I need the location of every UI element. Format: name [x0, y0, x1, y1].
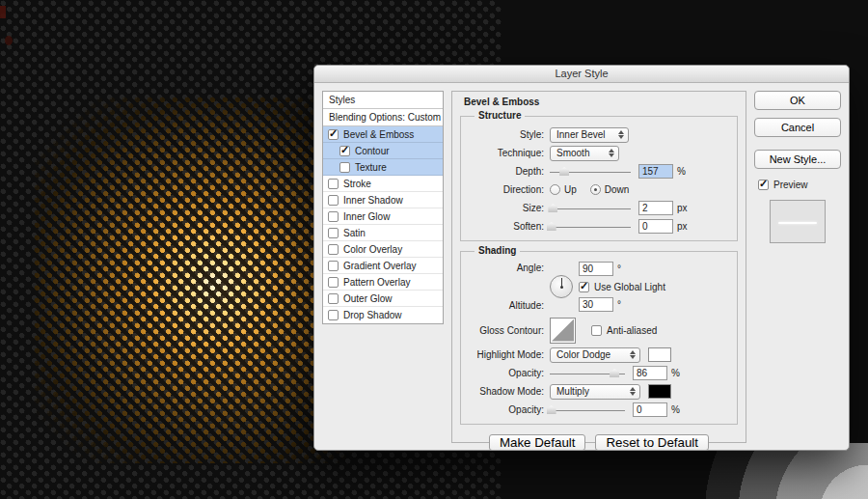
angle-dial[interactable]	[550, 275, 573, 298]
slider-thumb[interactable]	[610, 369, 619, 377]
style-item-label: Pattern Overlay	[343, 277, 410, 288]
highlight-opacity-unit: %	[671, 368, 680, 378]
size-row: Size: 2 px	[467, 199, 731, 217]
angle-input[interactable]: 90	[579, 262, 613, 276]
soften-input[interactable]: 0	[638, 219, 673, 234]
shadow-opacity-unit: %	[671, 404, 680, 415]
style-item-outer-glow[interactable]: Outer Glow	[323, 291, 443, 307]
shadow-mode-select[interactable]: Multiply	[550, 384, 640, 400]
style-item-checkbox[interactable]	[328, 211, 339, 222]
highlight-opacity-input[interactable]: 86	[633, 366, 667, 380]
technique-row: Technique: Smooth	[467, 144, 731, 162]
blending-options-item[interactable]: Blending Options: Custom	[323, 109, 443, 126]
depth-input[interactable]: 157	[638, 164, 673, 179]
direction-down-radio[interactable]	[590, 184, 601, 195]
shadow-opacity-label: Opacity:	[467, 404, 544, 415]
depth-unit: %	[677, 166, 686, 177]
style-item-checkbox[interactable]	[328, 195, 339, 206]
highlight-mode-select[interactable]: Color Dodge	[550, 347, 640, 363]
size-unit: px	[677, 203, 688, 213]
shadow-color-swatch[interactable]	[648, 384, 671, 399]
style-item-checkbox[interactable]	[339, 146, 350, 156]
highlight-mode-label: Highlight Mode:	[467, 349, 544, 360]
action-column: OK Cancel New Style... Preview	[754, 91, 841, 443]
soften-label: Soften:	[467, 221, 544, 232]
style-item-stroke[interactable]: Stroke	[323, 176, 443, 192]
select-arrows-icon	[618, 130, 624, 139]
select-arrows-icon	[630, 387, 636, 396]
highlight-opacity-row: Opacity: 86 %	[467, 364, 731, 382]
gloss-contour-thumbnail[interactable]	[550, 318, 576, 344]
shadow-opacity-slider[interactable]	[550, 404, 625, 415]
style-item-checkbox[interactable]	[328, 129, 339, 140]
style-item-checkbox[interactable]	[328, 261, 339, 271]
technique-select[interactable]: Smooth	[550, 146, 619, 161]
style-item-checkbox[interactable]	[339, 162, 350, 173]
soften-unit: px	[677, 221, 688, 232]
style-item-label: Inner Shadow	[343, 195, 403, 206]
highlight-color-swatch[interactable]	[648, 347, 671, 362]
style-item-color-overlay[interactable]: Color Overlay	[323, 241, 443, 258]
style-item-gradient-overlay[interactable]: Gradient Overlay	[323, 258, 443, 274]
preview-label: Preview	[773, 180, 808, 190]
size-slider[interactable]	[550, 203, 631, 213]
preview-option[interactable]: Preview	[758, 180, 841, 190]
direction-down-option[interactable]: Down	[590, 184, 630, 195]
size-input[interactable]: 2	[638, 201, 673, 215]
shading-legend: Shading	[475, 245, 520, 256]
artifact-speck	[5, 36, 13, 45]
soften-slider[interactable]	[550, 221, 631, 232]
slider-thumb[interactable]	[547, 405, 556, 414]
reset-to-default-button[interactable]: Reset to Default	[595, 434, 709, 451]
style-row: Style: Inner Bevel	[467, 125, 731, 144]
slider-thumb[interactable]	[548, 204, 557, 212]
use-global-light-checkbox[interactable]	[579, 282, 589, 292]
slider-thumb[interactable]	[559, 167, 569, 176]
altitude-input[interactable]: 30	[579, 297, 613, 312]
style-item-checkbox[interactable]	[328, 277, 339, 288]
style-item-checkbox[interactable]	[328, 293, 339, 304]
shadow-opacity-input[interactable]: 0	[633, 402, 667, 417]
shadow-mode-value: Multiply	[556, 386, 589, 397]
preview-checkbox[interactable]	[758, 180, 769, 190]
direction-label: Direction:	[467, 184, 544, 195]
direction-down-label: Down	[605, 184, 630, 195]
direction-row: Direction: Up Down	[467, 180, 731, 199]
technique-label: Technique:	[467, 148, 544, 158]
style-item-inner-shadow[interactable]: Inner Shadow	[323, 192, 443, 208]
new-style-button[interactable]: New Style...	[754, 150, 841, 169]
slider-thumb[interactable]	[547, 222, 556, 231]
anti-aliased-label: Anti-aliased	[607, 325, 657, 336]
style-item-checkbox[interactable]	[328, 244, 339, 255]
dialog-titlebar[interactable]: Layer Style	[314, 66, 849, 83]
style-item-label: Gradient Overlay	[343, 261, 417, 271]
cancel-button[interactable]: Cancel	[754, 118, 841, 137]
style-item-checkbox[interactable]	[328, 228, 339, 238]
style-item-inner-glow[interactable]: Inner Glow	[323, 208, 443, 225]
style-item-drop-shadow[interactable]: Drop Shadow	[323, 307, 443, 323]
make-default-button[interactable]: Make Default	[489, 434, 586, 451]
soften-row: Soften: 0 px	[467, 217, 731, 236]
style-item-label: Inner Glow	[343, 211, 390, 222]
direction-up-option[interactable]: Up	[550, 184, 577, 195]
style-select[interactable]: Inner Bevel	[550, 127, 629, 143]
angle-label: Angle:	[467, 263, 544, 273]
style-item-checkbox[interactable]	[328, 179, 339, 189]
altitude-label: Altitude:	[467, 300, 544, 311]
direction-up-radio[interactable]	[550, 184, 560, 195]
anti-aliased-checkbox[interactable]	[591, 325, 602, 336]
technique-select-value: Smooth	[556, 148, 589, 158]
style-item-satin[interactable]: Satin	[323, 225, 443, 241]
preview-thumbnail	[770, 200, 826, 243]
depth-slider[interactable]	[550, 166, 631, 177]
shadow-mode-label: Shadow Mode:	[467, 386, 544, 397]
highlight-opacity-slider[interactable]	[550, 368, 625, 378]
shading-group: Shading Angle: Altitude: 90 °	[460, 251, 738, 425]
ok-button[interactable]: OK	[754, 91, 841, 110]
style-item-contour[interactable]: Contour	[323, 143, 443, 159]
style-item-pattern-overlay[interactable]: Pattern Overlay	[323, 274, 443, 291]
style-item-bevel-emboss[interactable]: Bevel & Emboss	[323, 126, 443, 143]
style-item-texture[interactable]: Texture	[323, 159, 443, 176]
style-item-checkbox[interactable]	[328, 310, 339, 320]
artifact-speck	[0, 6, 6, 18]
